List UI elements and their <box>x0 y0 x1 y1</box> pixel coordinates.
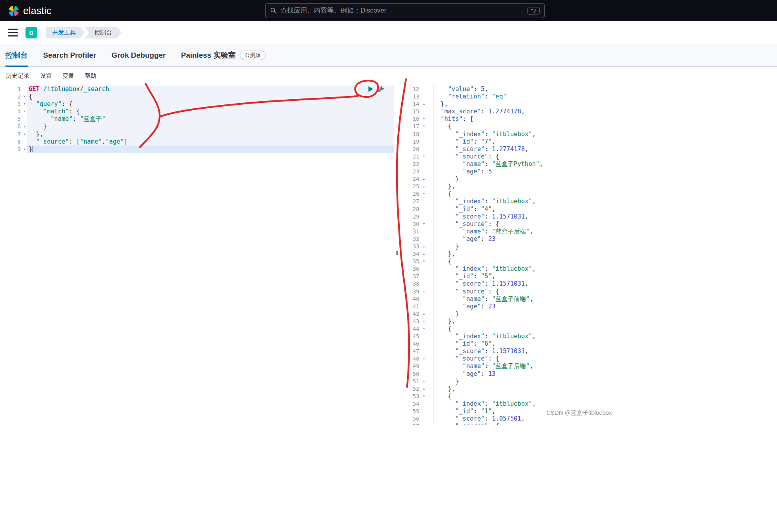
line-number: 51▴ <box>408 378 426 385</box>
line-number: 24▴ <box>408 175 426 183</box>
elastic-logo <box>8 5 20 16</box>
line-number: 48▾ <box>408 355 426 363</box>
line-number: 50 <box>408 370 426 378</box>
code-line: 36 "_index": "itbluebox", <box>408 265 777 273</box>
fold-expand-icon[interactable]: ▴ <box>422 175 425 182</box>
history-button[interactable]: 历史记录 <box>6 72 29 80</box>
code-line: 54 "_index": "itbluebox", <box>408 400 777 408</box>
fold-collapse-icon[interactable]: ▾ <box>422 325 425 332</box>
fold-expand-icon[interactable]: ▴ <box>422 250 425 257</box>
global-header: elastic ^/ <box>0 0 777 21</box>
fold-expand-icon[interactable]: ▴ <box>422 385 425 392</box>
code-line: 34▴ }, <box>408 250 777 258</box>
code-line: 39▾ "_source": { <box>408 288 777 295</box>
global-search-bar[interactable]: ^/ <box>265 3 545 18</box>
fold-expand-icon[interactable]: ▴ <box>422 182 425 190</box>
line-number: 35▾ <box>408 258 426 265</box>
code-line[interactable]: 8 "_source": ["name","age"] <box>0 138 394 146</box>
line-number: 27 <box>408 198 426 205</box>
breadcrumb-dev-tools[interactable]: 开发工具 <box>46 27 84 38</box>
tab-console[interactable]: 控制台 <box>5 44 28 66</box>
fold-expand-icon[interactable]: ▴ <box>23 130 26 138</box>
fold-expand-icon[interactable]: ▴ <box>23 122 26 130</box>
panel-resize-handle[interactable]: ‖ <box>395 250 398 256</box>
code-line: 23 "age": 5 <box>408 168 777 175</box>
line-number: 22 <box>408 160 426 168</box>
code-line: 31 "name": "蓝盒子后端", <box>408 228 777 235</box>
code-line[interactable]: 4▾ "match": { <box>0 108 394 115</box>
code-line: 30▾ "_source": { <box>408 220 777 228</box>
line-number: 34▴ <box>408 250 426 258</box>
send-request-button[interactable] <box>367 86 374 93</box>
fold-collapse-icon[interactable]: ▾ <box>422 257 425 265</box>
tab-painless-lab[interactable]: Painless 实验室 公测版 <box>181 44 266 66</box>
fold-collapse-icon[interactable]: ▾ <box>23 107 26 115</box>
variables-button[interactable]: 变量 <box>62 72 74 80</box>
line-number: 29 <box>408 213 426 220</box>
settings-button[interactable]: 设置 <box>40 72 52 80</box>
line-number: 9▴ <box>0 146 27 153</box>
code-line[interactable]: 5 "name": "蓝盒子" <box>0 115 394 123</box>
code-line: 50 "age": 13 <box>408 370 777 378</box>
tab-search-profiler[interactable]: Search Profiler <box>43 44 96 66</box>
code-line: 42▴ } <box>408 310 777 318</box>
code-line: 12 "value": 5, <box>408 86 777 93</box>
text-cursor <box>33 146 33 152</box>
fold-expand-icon[interactable]: ▴ <box>422 310 425 317</box>
line-number: 6▴ <box>0 123 27 130</box>
code-line[interactable]: 9▴} <box>0 146 394 153</box>
fold-expand-icon[interactable]: ▴ <box>422 242 425 250</box>
fold-collapse-icon[interactable]: ▾ <box>422 153 425 160</box>
fold-collapse-icon[interactable]: ▾ <box>422 190 425 197</box>
code-line[interactable]: 2▾{ <box>0 93 394 100</box>
fold-expand-icon[interactable]: ▴ <box>23 145 26 153</box>
menu-icon[interactable] <box>8 29 18 36</box>
line-number: 40 <box>408 295 426 303</box>
fold-collapse-icon[interactable]: ▾ <box>422 288 425 295</box>
code-line: 57▾ "_source": { <box>408 423 777 425</box>
code-line[interactable]: 7▴ }, <box>0 131 394 138</box>
line-number: 43▴ <box>408 318 426 325</box>
code-line: 22 "name": "蓝盒子Python", <box>408 160 777 168</box>
deployment-badge[interactable]: D <box>25 27 37 38</box>
tab-label: Painless 实验室 <box>181 50 235 60</box>
code-line: 43▴ }, <box>408 318 777 325</box>
line-number: 2▾ <box>0 93 27 100</box>
code-line: 45 "_index": "itbluebox", <box>408 333 777 340</box>
code-line: 40 "name": "蓝盒子前端", <box>408 295 777 303</box>
console-main: 1GET /itbluebox/_search2▾{3▾ "query": {4… <box>0 85 777 425</box>
fold-collapse-icon[interactable]: ▾ <box>422 422 425 425</box>
code-line: 17▾ { <box>408 123 777 130</box>
code-line[interactable]: 3▾ "query": { <box>0 100 394 108</box>
fold-collapse-icon[interactable]: ▾ <box>23 100 26 107</box>
code-line: 27 "_index": "itbluebox", <box>408 198 777 205</box>
code-line: 19 "_id": "7", <box>408 138 777 146</box>
line-number: 12 <box>408 86 426 93</box>
search-input[interactable] <box>280 7 527 15</box>
request-editor[interactable]: 1GET /itbluebox/_search2▾{3▾ "query": {4… <box>0 85 394 425</box>
code-line[interactable]: 6▴ } <box>0 123 394 130</box>
code-line[interactable]: 1GET /itbluebox/_search <box>0 86 394 93</box>
code-line: 41 "age": 23 <box>408 303 777 310</box>
fold-expand-icon[interactable]: ▴ <box>422 317 425 325</box>
line-number: 18 <box>408 131 426 138</box>
fold-collapse-icon[interactable]: ▾ <box>422 122 425 130</box>
code-line: 47 "_score": 1.1571031, <box>408 348 777 355</box>
line-number: 53▾ <box>408 393 426 400</box>
help-button[interactable]: 帮助 <box>85 72 96 80</box>
tab-grok-debugger[interactable]: Grok Debugger <box>111 44 166 66</box>
request-options-button[interactable] <box>377 86 384 93</box>
fold-collapse-icon[interactable]: ▾ <box>422 220 425 228</box>
code-line: 18 "_index": "itbluebox", <box>408 131 777 138</box>
fold-collapse-icon[interactable]: ▾ <box>422 355 425 362</box>
fold-expand-icon[interactable]: ▴ <box>422 100 425 107</box>
search-icon <box>270 7 277 14</box>
fold-collapse-icon[interactable]: ▾ <box>422 115 425 122</box>
fold-collapse-icon[interactable]: ▾ <box>422 392 425 400</box>
fold-collapse-icon[interactable]: ▾ <box>23 93 26 100</box>
breadcrumb-console[interactable]: 控制台 <box>85 27 121 38</box>
fold-expand-icon[interactable]: ▴ <box>422 377 425 385</box>
line-number: 5 <box>0 115 27 123</box>
line-number: 3▾ <box>0 100 27 108</box>
tab-label: Grok Debugger <box>111 51 166 60</box>
